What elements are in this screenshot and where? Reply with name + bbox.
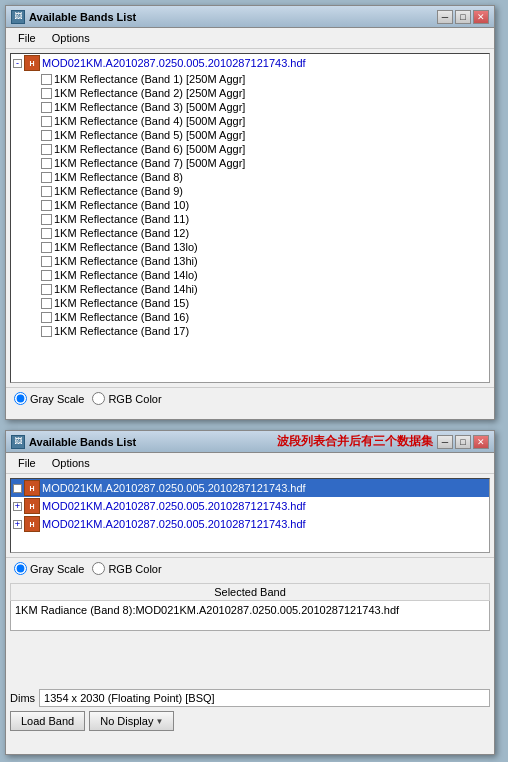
window2-rgb-radio[interactable] [92,562,105,575]
band-label: 1KM Reflectance (Band 1) [250M Aggr] [54,73,245,85]
window1-rgb-option[interactable]: RGB Color [92,392,161,405]
window1-band-row[interactable]: 1KM Reflectance (Band 4) [500M Aggr] [11,114,489,128]
window2-annotation: 波段列表合并后有三个数据集 [277,433,433,450]
window1-band-row[interactable]: 1KM Reflectance (Band 10) [11,198,489,212]
window2-expand-icon[interactable]: + [13,502,22,511]
band-checkbox[interactable] [41,116,52,127]
band-checkbox[interactable] [41,284,52,295]
window2-dims-label: Dims [10,692,35,704]
window1-root-node[interactable]: - H MOD021KM.A2010287.0250.005.201028712… [11,54,489,72]
load-band-label: Load Band [21,715,74,727]
window1-expand-icon[interactable]: - [13,59,22,68]
window2-title-right: 波段列表合并后有三个数据集 ─ □ ✕ [277,433,489,450]
window1-rgb-label: RGB Color [108,393,161,405]
window2-grayscale-label: Gray Scale [30,563,84,575]
band-label: 1KM Reflectance (Band 3) [500M Aggr] [54,101,245,113]
load-band-button[interactable]: Load Band [10,711,85,731]
band-label: 1KM Reflectance (Band 10) [54,199,189,211]
band-checkbox[interactable] [41,214,52,225]
window2-file-name: MOD021KM.A2010287.0250.005.2010287121743… [42,518,306,530]
band-checkbox[interactable] [41,158,52,169]
window1-band-row[interactable]: 1KM Reflectance (Band 13hi) [11,254,489,268]
band-checkbox[interactable] [41,74,52,85]
band-checkbox[interactable] [41,172,52,183]
window1-maximize-btn[interactable]: □ [455,10,471,24]
band-checkbox[interactable] [41,144,52,155]
window2-menu-file[interactable]: File [10,455,44,471]
window2-selected-band-section: Selected Band 1KM Radiance (Band 8):MOD0… [10,583,490,631]
window1-grayscale-label: Gray Scale [30,393,84,405]
band-label: 1KM Reflectance (Band 14lo) [54,269,198,281]
band-label: 1KM Reflectance (Band 9) [54,185,183,197]
window2-minimize-btn[interactable]: ─ [437,435,453,449]
band-checkbox[interactable] [41,298,52,309]
window2-file-row[interactable]: +HMOD021KM.A2010287.0250.005.20102871217… [11,515,489,533]
window1-band-row[interactable]: 1KM Reflectance (Band 15) [11,296,489,310]
window2-dims-row: Dims [10,689,490,707]
band-checkbox[interactable] [41,256,52,267]
window2-spacer [6,635,494,685]
window1-band-row[interactable]: 1KM Reflectance (Band 2) [250M Aggr] [11,86,489,100]
window1-band-row[interactable]: 1KM Reflectance (Band 5) [500M Aggr] [11,128,489,142]
window2-tree-area[interactable]: +HMOD021KM.A2010287.0250.005.20102871217… [10,478,490,553]
window1-tree-area[interactable]: - H MOD021KM.A2010287.0250.005.201028712… [10,53,490,383]
window1-menu-file[interactable]: File [10,30,44,46]
window1-band-row[interactable]: 1KM Reflectance (Band 16) [11,310,489,324]
window1-band-row[interactable]: 1KM Reflectance (Band 8) [11,170,489,184]
window1-radio-group: Gray Scale RGB Color [6,387,494,409]
no-display-button[interactable]: No Display ▼ [89,711,174,731]
window1-minimize-btn[interactable]: ─ [437,10,453,24]
window2-dims-input [39,689,490,707]
window1-rgb-radio[interactable] [92,392,105,405]
window1-band-row[interactable]: 1KM Reflectance (Band 12) [11,226,489,240]
band-checkbox[interactable] [41,186,52,197]
window1-close-btn[interactable]: ✕ [473,10,489,24]
window2-menubar: File Options [6,453,494,474]
band-label: 1KM Reflectance (Band 13hi) [54,255,198,267]
window1-grayscale-radio[interactable] [14,392,27,405]
window1-grayscale-option[interactable]: Gray Scale [14,392,84,405]
window2-maximize-btn[interactable]: □ [455,435,471,449]
window1-band-row[interactable]: 1KM Reflectance (Band 14lo) [11,268,489,282]
window1-band-row[interactable]: 1KM Reflectance (Band 17) [11,324,489,338]
window1-band-row[interactable]: 1KM Reflectance (Band 13lo) [11,240,489,254]
window1-band-row[interactable]: 1KM Reflectance (Band 7) [500M Aggr] [11,156,489,170]
band-label: 1KM Reflectance (Band 2) [250M Aggr] [54,87,245,99]
window2-menu-options[interactable]: Options [44,455,98,471]
window1-menubar: File Options [6,28,494,49]
window2-file-row[interactable]: +HMOD021KM.A2010287.0250.005.20102871217… [11,479,489,497]
window2-titlebar: 🖼 Available Bands List 波段列表合并后有三个数据集 ─ □… [6,431,494,453]
band-label: 1KM Reflectance (Band 17) [54,325,189,337]
window2-button-row: Load Band No Display ▼ [10,711,490,731]
window2-hdf-icon: H [24,516,40,532]
band-checkbox[interactable] [41,228,52,239]
window1-band-row[interactable]: 1KM Reflectance (Band 1) [250M Aggr] [11,72,489,86]
window1-menu-options[interactable]: Options [44,30,98,46]
no-display-label: No Display [100,715,153,727]
band-checkbox[interactable] [41,200,52,211]
window2-expand-icon[interactable]: + [13,484,22,493]
window2-rgb-option[interactable]: RGB Color [92,562,161,575]
window1-band-row[interactable]: 1KM Reflectance (Band 3) [500M Aggr] [11,100,489,114]
window2-expand-icon[interactable]: + [13,520,22,529]
band-checkbox[interactable] [41,88,52,99]
window2-app-icon: 🖼 [11,435,25,449]
window1-band-row[interactable]: 1KM Reflectance (Band 11) [11,212,489,226]
window2-file-row[interactable]: +HMOD021KM.A2010287.0250.005.20102871217… [11,497,489,515]
window2-grayscale-radio[interactable] [14,562,27,575]
band-checkbox[interactable] [41,312,52,323]
window1: 🖼 Available Bands List ─ □ ✕ File Option… [5,5,495,420]
window1-file-name: MOD021KM.A2010287.0250.005.2010287121743… [42,57,306,69]
band-checkbox[interactable] [41,130,52,141]
band-checkbox[interactable] [41,102,52,113]
band-checkbox[interactable] [41,242,52,253]
window2-grayscale-option[interactable]: Gray Scale [14,562,84,575]
band-checkbox[interactable] [41,326,52,337]
window1-hdf-icon: H [24,55,40,71]
window2-close-btn[interactable]: ✕ [473,435,489,449]
band-checkbox[interactable] [41,270,52,281]
window1-band-row[interactable]: 1KM Reflectance (Band 14hi) [11,282,489,296]
window1-band-row[interactable]: 1KM Reflectance (Band 9) [11,184,489,198]
window1-band-row[interactable]: 1KM Reflectance (Band 6) [500M Aggr] [11,142,489,156]
window2-file-name: MOD021KM.A2010287.0250.005.2010287121743… [42,500,306,512]
